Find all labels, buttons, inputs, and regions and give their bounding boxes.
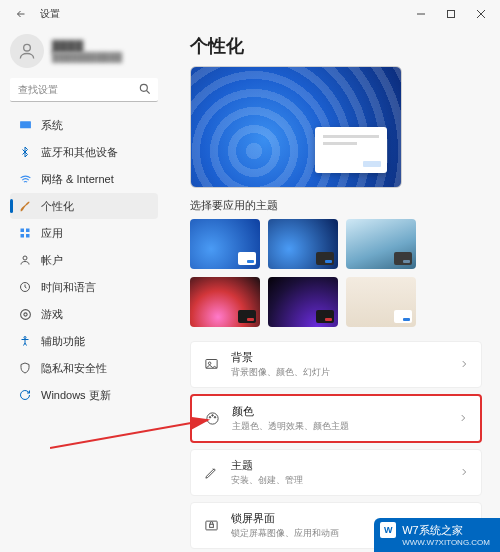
game-icon [18,307,32,321]
row-title: 背景 [231,350,447,365]
search-icon [138,82,152,98]
row-sub: 安装、创建、管理 [231,474,447,487]
sidebar-item-accounts[interactable]: 帐户 [10,247,158,273]
sidebar-item-gaming[interactable]: 游戏 [10,301,158,327]
clock-icon [18,280,32,294]
sidebar-item-network[interactable]: 网络 & Internet [10,166,158,192]
svg-point-11 [23,312,26,315]
sidebar-item-accessibility[interactable]: 辅助功能 [10,328,158,354]
watermark-main: W7系统之家 [402,524,463,536]
person-icon [18,253,32,267]
svg-rect-20 [209,524,213,527]
page-title: 个性化 [190,34,482,58]
svg-rect-7 [26,234,30,238]
svg-rect-6 [21,234,25,238]
sidebar-item-label: 应用 [41,226,63,241]
svg-point-17 [211,415,213,417]
maximize-button[interactable] [436,0,466,28]
sidebar-item-label: 辅助功能 [41,334,85,349]
minimize-button[interactable] [406,0,436,28]
sidebar-item-label: Windows 更新 [41,388,111,403]
sidebar-item-system[interactable]: 系统 [10,112,158,138]
svg-point-1 [24,44,31,51]
user-email: ███████████ [52,52,122,62]
theme-section-label: 选择要应用的主题 [190,198,482,213]
svg-point-14 [208,362,211,365]
svg-rect-5 [26,229,30,233]
image-icon [203,357,219,373]
svg-rect-0 [448,11,455,18]
settings-row-colors[interactable]: 颜色主题色、透明效果、颜色主题 [190,394,482,443]
user-profile[interactable]: ████ ███████████ [10,32,158,78]
sidebar-item-label: 蓝牙和其他设备 [41,145,118,160]
svg-point-12 [24,337,26,339]
chevron-right-icon [459,467,469,479]
sidebar-item-apps[interactable]: 应用 [10,220,158,246]
theme-option-1[interactable] [190,219,260,269]
wifi-icon [18,172,32,186]
user-name: ████ [52,40,122,52]
svg-point-10 [20,309,30,319]
palette-icon [204,411,220,427]
window-title: 设置 [40,7,60,21]
search-input[interactable] [10,78,158,102]
sidebar-item-label: 个性化 [41,199,74,214]
svg-rect-19 [205,521,216,530]
sidebar-item-label: 帐户 [41,253,63,268]
shield-icon [18,361,32,375]
sidebar-item-personalization[interactable]: 个性化 [10,193,158,219]
chevron-right-icon [458,413,468,425]
update-icon [18,388,32,402]
svg-point-16 [209,417,211,419]
chevron-right-icon [459,359,469,371]
sidebar: ████ ███████████ 系统 蓝牙和其他设备 网络 & Interne… [0,28,166,552]
sidebar-item-label: 隐私和安全性 [41,361,107,376]
svg-point-8 [23,256,27,260]
sidebar-item-label: 游戏 [41,307,63,322]
watermark-logo: W [380,522,396,538]
row-sub: 背景图像、颜色、幻灯片 [231,366,447,379]
sidebar-item-label: 系统 [41,118,63,133]
watermark: W W7系统之家 WWW.W7XITONG.COM [374,518,500,552]
brush-icon [18,199,32,213]
apps-icon [18,226,32,240]
display-icon [18,118,32,132]
theme-option-2[interactable] [268,219,338,269]
avatar [10,34,44,68]
theme-grid [190,219,482,327]
svg-point-18 [214,417,216,419]
sidebar-item-label: 时间和语言 [41,280,96,295]
sidebar-item-bluetooth[interactable]: 蓝牙和其他设备 [10,139,158,165]
content-area: 个性化 选择要应用的主题 背景背景图像、颜色、幻灯片 颜色主题色、透明效果、颜色… [166,28,500,552]
back-button[interactable] [12,5,30,23]
sidebar-item-windows-update[interactable]: Windows 更新 [10,382,158,408]
theme-option-5[interactable] [268,277,338,327]
svg-rect-4 [21,229,25,233]
theme-option-6[interactable] [346,277,416,327]
settings-row-themes[interactable]: 主题安装、创建、管理 [190,449,482,496]
row-title: 主题 [231,458,447,473]
sidebar-item-privacy[interactable]: 隐私和安全性 [10,355,158,381]
theme-option-3[interactable] [346,219,416,269]
settings-row-background[interactable]: 背景背景图像、颜色、幻灯片 [190,341,482,388]
lock-icon [203,518,219,534]
sidebar-item-label: 网络 & Internet [41,172,114,187]
close-button[interactable] [466,0,496,28]
accessibility-icon [18,334,32,348]
pen-icon [203,465,219,481]
svg-point-2 [140,84,147,91]
row-title: 颜色 [232,404,446,419]
theme-option-4[interactable] [190,277,260,327]
sidebar-item-time-language[interactable]: 时间和语言 [10,274,158,300]
row-sub: 主题色、透明效果、颜色主题 [232,420,446,433]
svg-rect-3 [20,121,31,128]
watermark-sub: WWW.W7XITONG.COM [402,538,490,547]
desktop-preview [190,66,402,188]
bluetooth-icon [18,145,32,159]
